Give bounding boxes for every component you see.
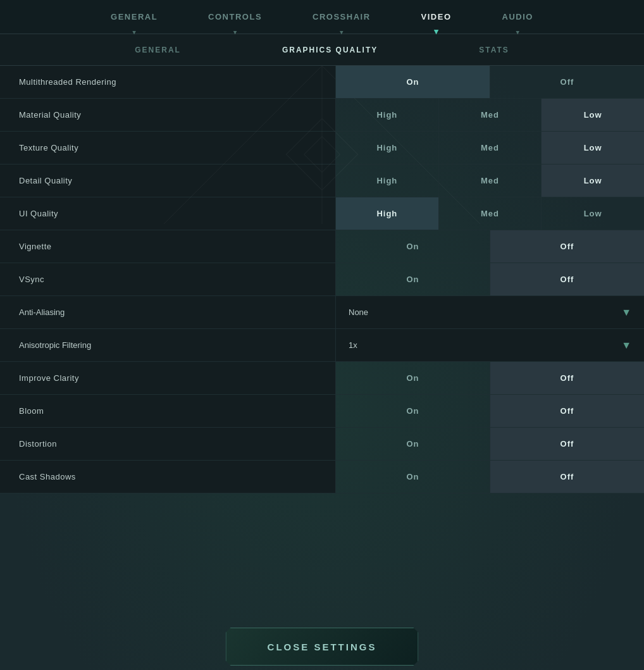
option-low-ui[interactable]: Low bbox=[541, 197, 644, 230]
close-settings-button[interactable]: CLOSE SETTINGS bbox=[226, 628, 419, 666]
table-row: Cast Shadows On Off bbox=[0, 461, 644, 493]
nav-item-crosshair[interactable]: CROSSHAIR bbox=[287, 0, 396, 34]
option-off-distortion[interactable]: Off bbox=[490, 428, 644, 460]
table-row: Texture Quality High Med Low bbox=[0, 132, 644, 164]
subnav-item-stats[interactable]: STATS bbox=[428, 34, 560, 66]
subnav-item-graphics-quality[interactable]: GRAPHICS QUALITY bbox=[232, 34, 428, 66]
sub-nav: GENERAL GRAPHICS QUALITY STATS bbox=[0, 34, 644, 66]
option-low-detail[interactable]: Low bbox=[541, 164, 644, 197]
option-high-ui[interactable]: High bbox=[335, 197, 438, 230]
setting-options-vsync: On Off bbox=[335, 263, 644, 295]
setting-options-ui: High Med Low bbox=[335, 197, 644, 230]
setting-options-vignette: On Off bbox=[335, 230, 644, 263]
option-high-detail[interactable]: High bbox=[335, 164, 438, 197]
setting-label-ui: UI Quality bbox=[0, 197, 335, 230]
table-row: VSync On Off bbox=[0, 263, 644, 296]
option-med-material[interactable]: Med bbox=[438, 99, 542, 131]
option-off-cast-shadows[interactable]: Off bbox=[490, 461, 644, 493]
option-on-distortion[interactable]: On bbox=[335, 428, 490, 460]
setting-label-bloom: Bloom bbox=[0, 395, 335, 427]
setting-label-distortion: Distortion bbox=[0, 428, 335, 460]
option-med-texture[interactable]: Med bbox=[438, 132, 542, 164]
table-row: Anti-Aliasing None ▼ bbox=[0, 296, 644, 329]
setting-label-vignette: Vignette bbox=[0, 230, 335, 263]
option-low-texture[interactable]: Low bbox=[541, 132, 644, 164]
top-nav: GENERAL CONTROLS CROSSHAIR VIDEO AUDIO bbox=[0, 0, 644, 34]
close-settings-container: CLOSE SETTINGS bbox=[226, 623, 419, 670]
setting-options-texture: High Med Low bbox=[335, 132, 644, 164]
setting-options-cast-shadows: On Off bbox=[335, 461, 644, 493]
option-off-vsync[interactable]: Off bbox=[490, 263, 644, 295]
option-on-vsync[interactable]: On bbox=[335, 263, 490, 295]
table-row: Vignette On Off bbox=[0, 230, 644, 263]
nav-item-audio[interactable]: AUDIO bbox=[477, 0, 559, 34]
setting-label-detail: Detail Quality bbox=[0, 164, 335, 197]
setting-label-multithreaded: Multithreaded Rendering bbox=[0, 66, 335, 98]
chevron-down-icon: ▼ bbox=[621, 307, 631, 318]
option-low-material[interactable]: Low bbox=[541, 99, 644, 131]
table-row: Multithreaded Rendering On Off bbox=[0, 66, 644, 99]
option-on-improve-clarity[interactable]: On bbox=[335, 362, 490, 394]
subnav-item-general[interactable]: GENERAL bbox=[84, 34, 232, 66]
option-off-bloom[interactable]: Off bbox=[490, 395, 644, 427]
option-med-detail[interactable]: Med bbox=[438, 164, 542, 197]
setting-label-antialiasing: Anti-Aliasing bbox=[0, 296, 335, 328]
table-row: Anisotropic Filtering 1x ▼ bbox=[0, 329, 644, 362]
nav-item-general[interactable]: GENERAL bbox=[85, 0, 183, 34]
setting-label-improve-clarity: Improve Clarity bbox=[0, 362, 335, 394]
setting-options-bloom: On Off bbox=[335, 395, 644, 427]
option-high-material[interactable]: High bbox=[335, 99, 438, 131]
setting-options-distortion: On Off bbox=[335, 428, 644, 460]
table-row: Bloom On Off bbox=[0, 395, 644, 428]
option-high-texture[interactable]: High bbox=[335, 132, 438, 164]
option-on-vignette[interactable]: On bbox=[335, 230, 490, 263]
nav-item-controls[interactable]: CONTROLS bbox=[183, 0, 287, 34]
setting-label-vsync: VSync bbox=[0, 263, 335, 295]
dropdown-value-anisotropic: 1x bbox=[349, 340, 357, 350]
table-row: UI Quality High Med Low bbox=[0, 197, 644, 230]
setting-options-improve-clarity: On Off bbox=[335, 362, 644, 394]
option-on-cast-shadows[interactable]: On bbox=[335, 461, 490, 493]
setting-label-material: Material Quality bbox=[0, 99, 335, 131]
chevron-down-icon: ▼ bbox=[621, 340, 631, 351]
option-med-ui[interactable]: Med bbox=[438, 197, 542, 230]
option-off-vignette[interactable]: Off bbox=[490, 230, 644, 263]
nav-item-video[interactable]: VIDEO bbox=[396, 0, 477, 34]
option-on-bloom[interactable]: On bbox=[335, 395, 490, 427]
setting-label-texture: Texture Quality bbox=[0, 132, 335, 164]
setting-options-material: High Med Low bbox=[335, 99, 644, 131]
setting-label-cast-shadows: Cast Shadows bbox=[0, 461, 335, 493]
setting-label-anisotropic: Anisotropic Filtering bbox=[0, 329, 335, 361]
option-off-multithreaded[interactable]: Off bbox=[490, 66, 644, 98]
setting-options-multithreaded: On Off bbox=[335, 66, 644, 98]
dropdown-value-antialiasing: None bbox=[349, 307, 368, 317]
table-row: Material Quality High Med Low bbox=[0, 99, 644, 132]
dropdown-antialiasing[interactable]: None ▼ bbox=[335, 296, 644, 328]
setting-options-detail: High Med Low bbox=[335, 164, 644, 197]
table-row: Distortion On Off bbox=[0, 428, 644, 461]
option-on-multithreaded[interactable]: On bbox=[335, 66, 490, 98]
dropdown-anisotropic[interactable]: 1x ▼ bbox=[335, 329, 644, 361]
table-row: Improve Clarity On Off bbox=[0, 362, 644, 395]
settings-table: Multithreaded Rendering On Off Material … bbox=[0, 66, 644, 493]
option-off-improve-clarity[interactable]: Off bbox=[490, 362, 644, 394]
table-row: Detail Quality High Med Low bbox=[0, 164, 644, 197]
